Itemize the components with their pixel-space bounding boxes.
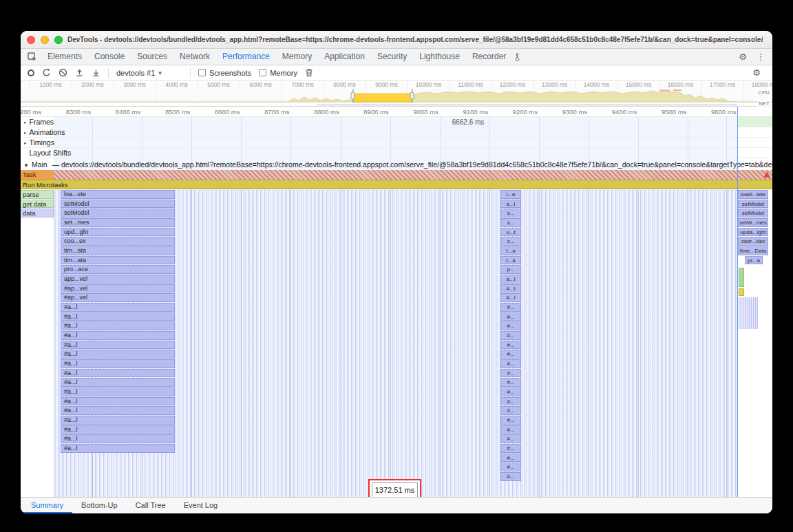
details-tab[interactable]: Event Log — [175, 498, 227, 513]
flame-event-bar[interactable]: #a...l — [61, 359, 175, 368]
flame-event-bar[interactable]: l...e — [500, 190, 521, 199]
details-tab[interactable]: Bottom-Up — [72, 498, 127, 513]
track-frames[interactable]: ▸Frames 6662.6 ms — [21, 117, 772, 127]
more-options-icon[interactable]: ⋮ — [752, 49, 770, 65]
flame-event-bar[interactable]: setModel — [738, 200, 768, 209]
flame-event-bar[interactable]: #a...l — [61, 312, 175, 321]
flame-event-bar[interactable]: #a...l — [61, 369, 175, 378]
flame-event-bar[interactable]: #... — [500, 434, 521, 443]
flame-event-bar[interactable]: #a...l — [61, 303, 175, 312]
settings-gear-icon[interactable]: ⚙ — [734, 49, 752, 65]
flame-event-bar[interactable]: #... — [500, 397, 521, 406]
flame-event-bar[interactable]: #... — [500, 425, 521, 434]
flame-event-bar[interactable]: upd...ght — [61, 228, 175, 237]
flame-event-bar[interactable]: #... — [500, 321, 521, 330]
devtools-tab[interactable]: Console — [88, 49, 131, 65]
track-layout-shifts[interactable]: ▸Layout Shifts — [21, 148, 772, 158]
tab-summary[interactable]: Summary — [22, 498, 72, 513]
flame-event-bar[interactable]: #a...l — [61, 444, 175, 453]
save-profile-icon[interactable] — [92, 68, 101, 77]
flame-event-bar[interactable]: #... — [500, 350, 521, 359]
flame-event-bar[interactable]: #a...l — [61, 321, 175, 330]
lane-chip[interactable]: data — [21, 209, 54, 217]
flame-event-bar[interactable]: s...l — [500, 200, 521, 209]
flame-event-bar[interactable]: #a...l — [61, 378, 175, 387]
flame-event-bar[interactable]: pro...ace — [61, 265, 175, 274]
checkbox-box[interactable] — [259, 69, 266, 76]
disclosure-triangle-icon[interactable]: ▸ — [24, 140, 27, 145]
flame-event-bar[interactable]: #a...l — [61, 397, 175, 406]
flame-event-bar[interactable]: #a...l — [61, 387, 175, 396]
track-main-header[interactable]: ▼Main — devtools://devtools/bundled/devt… — [21, 159, 772, 170]
flame-event-bar[interactable]: #... — [500, 416, 521, 425]
flame-event-bar[interactable]: app...vel — [61, 275, 175, 284]
flame-event-bar[interactable]: #a...l — [61, 434, 175, 443]
flame-event-bar[interactable]: #... — [500, 303, 521, 312]
load-profile-icon[interactable] — [75, 68, 84, 77]
devtools-tab[interactable]: Recorder — [466, 49, 512, 65]
flame-event-bar[interactable]: setModel — [738, 209, 768, 217]
devtools-tab[interactable]: Lighthouse — [413, 49, 466, 65]
flame-event-bar[interactable]: p... — [500, 265, 521, 274]
devtools-tab[interactable]: Sources — [131, 49, 173, 65]
flame-event-bar[interactable]: tim...ata — [61, 256, 175, 265]
devtools-tab[interactable]: Application — [318, 49, 371, 65]
profile-select[interactable]: devtools #1 ▾ — [116, 69, 182, 77]
flame-event-bar[interactable]: t...a — [500, 246, 521, 255]
devtools-tab[interactable]: Security — [371, 49, 413, 65]
tab-performance[interactable]: Performance — [216, 49, 276, 65]
flame-event-bar[interactable]: pr...a — [745, 256, 763, 265]
long-task-bar[interactable]: Task — [21, 170, 772, 180]
devtools-tab[interactable]: Memory — [276, 49, 318, 65]
track-animations[interactable]: ▸Animations — [21, 127, 772, 138]
flame-event-bar[interactable]: #... — [500, 454, 521, 462]
run-microtasks-bar[interactable]: Run Microtasks — [21, 180, 772, 189]
flame-event-bar[interactable]: #ap...vel — [61, 284, 175, 293]
flame-event-bar[interactable]: upda...ight — [738, 228, 768, 237]
lane-chip[interactable]: get data — [21, 200, 54, 209]
flame-event-bar[interactable]: #... — [500, 312, 521, 321]
capture-settings-gear-icon[interactable]: ⚙ — [748, 65, 765, 81]
flame-event-bar[interactable]: loa...ete — [61, 190, 175, 199]
flame-event-bar[interactable]: t...a — [500, 256, 521, 265]
screenshots-checkbox[interactable]: Screenshots — [198, 69, 251, 77]
disclosure-triangle-icon[interactable]: ▸ — [24, 130, 27, 135]
flame-event-bar[interactable]: setModel — [61, 209, 175, 217]
flame-event-bar[interactable]: #... — [500, 378, 521, 387]
memory-checkbox[interactable]: Memory — [259, 69, 297, 77]
flame-event-bar[interactable]: #... — [500, 472, 521, 481]
flame-event-bar[interactable]: #...l — [500, 293, 521, 302]
track-timings[interactable]: ▸Timings — [21, 138, 772, 148]
flame-event-bar[interactable]: setModel — [61, 200, 175, 209]
flame-event-bar[interactable]: #... — [500, 369, 521, 378]
flame-event-bar[interactable]: coo...ex — [61, 237, 175, 246]
flame-event-bar[interactable]: #... — [500, 462, 521, 471]
flame-event-bar[interactable]: #a...l — [61, 350, 175, 359]
devtools-tab[interactable]: Network — [173, 49, 216, 65]
flame-event-bar[interactable]: set...mes — [61, 218, 175, 227]
clear-recording-button[interactable] — [59, 68, 67, 77]
flame-event-bar[interactable]: #... — [500, 444, 521, 453]
flame-event-bar[interactable]: a...l — [500, 275, 521, 284]
record-button[interactable] — [28, 70, 34, 76]
flame-event-bar[interactable]: s... — [500, 209, 521, 217]
flame-event-bar[interactable]: setW...mes — [738, 218, 768, 227]
minimize-window-button[interactable] — [41, 36, 49, 44]
flame-event-bar[interactable]: loadi...lete — [738, 190, 768, 199]
flame-event-bar[interactable]: #a...l — [61, 331, 175, 340]
trash-icon[interactable] — [305, 68, 313, 77]
reload-and-record-button[interactable] — [42, 68, 51, 77]
flame-event-bar[interactable] — [739, 288, 744, 296]
flame-event-bar[interactable]: time...Data — [738, 246, 768, 255]
flame-event-bar[interactable]: #... — [500, 406, 521, 415]
flame-event-bar[interactable]: #... — [500, 331, 521, 340]
flame-event-bar[interactable]: c... — [500, 237, 521, 246]
disclosure-triangle-icon[interactable]: ▸ — [24, 120, 27, 125]
flame-chart-panel[interactable]: 8200 ms8300 ms8400 ms8500 ms8600 ms8700 … — [21, 107, 772, 497]
flame-event-bar[interactable]: tim...ata — [61, 246, 175, 255]
details-tab[interactable]: Call Tree — [127, 498, 175, 513]
lane-chip[interactable]: parse — [21, 190, 54, 199]
inspect-element-icon[interactable] — [23, 49, 41, 65]
timeline-overview[interactable]: 1000 ms2000 ms3000 ms4000 ms5000 ms6000 … — [21, 81, 772, 107]
flame-event-bar[interactable]: u...t — [500, 228, 521, 237]
